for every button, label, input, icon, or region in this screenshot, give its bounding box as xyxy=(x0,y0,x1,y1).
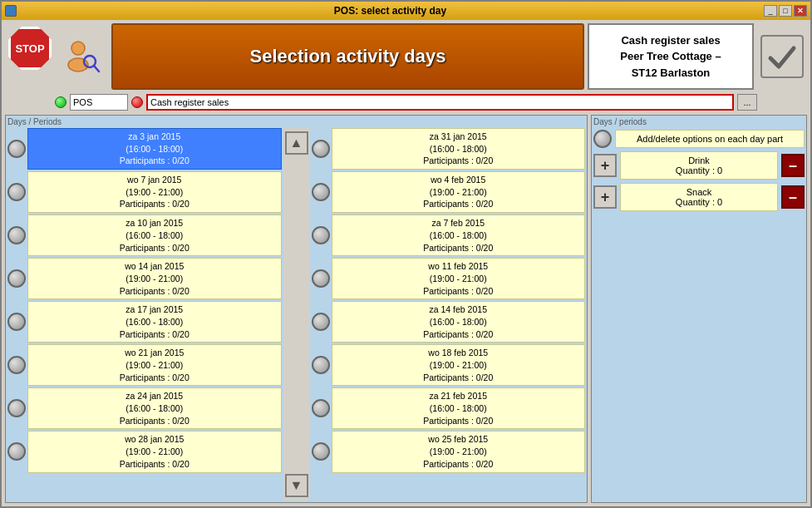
snack-quantity: Quantity : 0 xyxy=(624,197,774,207)
add-delete-row: Add/delete options on each day part xyxy=(593,130,805,148)
days-column-2: za 31 jan 2015(16:00 - 18:00)Participant… xyxy=(312,128,586,501)
day-radio-button[interactable] xyxy=(312,226,330,244)
add-delete-radio[interactable] xyxy=(593,130,612,148)
title-bar: POS: select activity day _ □ ✕ xyxy=(2,2,810,20)
maximize-button[interactable]: □ xyxy=(779,5,792,17)
day-radio-button[interactable] xyxy=(7,399,26,417)
day-radio-button[interactable] xyxy=(312,313,330,331)
day-row: za 10 jan 2015(16:00 - 18:00)Participant… xyxy=(7,215,282,256)
day-radio-button[interactable] xyxy=(7,356,26,374)
day-card[interactable]: za 7 feb 2015(16:00 - 18:00)Participants… xyxy=(332,215,586,256)
title-bar-controls: _ □ ✕ xyxy=(764,5,807,17)
header-title-box: Selection activity days xyxy=(111,23,584,90)
day-card[interactable]: wo 21 jan 2015(19:00 - 21:00)Participant… xyxy=(27,344,282,386)
day-row: wo 25 feb 2015(19:00 - 21:00)Participant… xyxy=(312,431,586,472)
stop-icon: STOP xyxy=(8,27,52,70)
cash-register-line1: Cash register sales xyxy=(620,32,721,49)
window-icon xyxy=(5,5,17,17)
day-row: wo 14 jan 2015(19:00 - 21:00)Participant… xyxy=(7,258,282,299)
green-indicator xyxy=(55,96,66,108)
user-icon-button[interactable] xyxy=(58,23,108,90)
day-radio-button[interactable] xyxy=(7,183,26,201)
drink-quantity: Quantity : 0 xyxy=(624,165,774,175)
day-radio-button[interactable] xyxy=(312,356,330,374)
close-button[interactable]: ✕ xyxy=(794,5,807,17)
snack-remove-button[interactable]: – xyxy=(781,185,805,209)
drink-add-button[interactable]: + xyxy=(593,154,617,177)
day-card[interactable]: wo 7 jan 2015(19:00 - 21:00)Participants… xyxy=(27,171,282,213)
minimize-button[interactable]: _ xyxy=(764,5,777,17)
day-radio-button[interactable] xyxy=(7,313,26,331)
snack-label: Snack xyxy=(624,187,774,197)
drink-label: Drink xyxy=(624,155,774,165)
add-delete-card: Add/delete options on each day part xyxy=(615,130,805,148)
day-card[interactable]: wo 25 feb 2015(19:00 - 21:00)Participant… xyxy=(332,431,586,472)
day-card[interactable]: za 14 feb 2015(16:00 - 18:00)Participant… xyxy=(332,301,586,343)
day-radio-button[interactable] xyxy=(312,399,330,417)
red-indicator xyxy=(131,96,143,108)
right-panel: Days / periods Add/delete options on eac… xyxy=(591,115,807,503)
ok-button[interactable] xyxy=(757,23,807,90)
day-radio-button[interactable] xyxy=(7,226,26,244)
day-card[interactable]: wo 14 jan 2015(19:00 - 21:00)Participant… xyxy=(27,258,282,299)
day-row: wo 21 jan 2015(19:00 - 21:00)Participant… xyxy=(7,344,282,386)
day-card[interactable]: za 10 jan 2015(16:00 - 18:00)Participant… xyxy=(27,215,282,256)
svg-point-0 xyxy=(71,42,85,55)
days-column-1: za 3 jan 2015(16:00 - 18:00)Participants… xyxy=(7,128,282,501)
drink-row: + Drink Quantity : 0 – xyxy=(593,151,805,180)
day-card[interactable]: za 24 jan 2015(16:00 - 18:00)Participant… xyxy=(27,387,282,429)
day-row: wo 28 jan 2015(19:00 - 21:00)Participant… xyxy=(7,431,282,472)
pos-row: ... xyxy=(55,93,757,111)
day-radio-button[interactable] xyxy=(7,442,26,461)
header-title: Selection activity days xyxy=(250,46,446,67)
day-row: za 7 feb 2015(16:00 - 18:00)Participants… xyxy=(312,215,586,256)
days-panel: Days / Periods za 3 jan 2015(16:00 - 18:… xyxy=(5,115,588,503)
day-card[interactable]: wo 28 jan 2015(19:00 - 21:00)Participant… xyxy=(27,431,282,472)
pos-description-field[interactable] xyxy=(146,94,734,111)
snack-row: + Snack Quantity : 0 – xyxy=(593,183,805,211)
day-row: za 24 jan 2015(16:00 - 18:00)Participant… xyxy=(7,387,282,429)
pos-browse-button[interactable]: ... xyxy=(737,94,757,111)
scroll-area: ▲ ▼ xyxy=(283,128,310,501)
stop-button[interactable]: STOP xyxy=(5,23,55,73)
snack-add-button[interactable]: + xyxy=(593,185,617,209)
day-row: za 21 feb 2015(16:00 - 18:00)Participant… xyxy=(312,387,586,429)
svg-line-3 xyxy=(94,66,99,72)
pos-field[interactable] xyxy=(70,94,128,111)
day-radio-button[interactable] xyxy=(312,442,330,461)
day-radio-button[interactable] xyxy=(7,269,26,288)
cash-register-info: Cash register sales Peer Tree Cottage – … xyxy=(588,23,754,90)
add-delete-text: Add/delete options on each day part xyxy=(637,134,783,144)
days-panel-label: Days / Periods xyxy=(7,117,585,126)
day-card[interactable]: wo 11 feb 2015(19:00 - 21:00)Participant… xyxy=(332,258,586,299)
day-radio-button[interactable] xyxy=(312,140,330,158)
main-section: Days / Periods za 3 jan 2015(16:00 - 18:… xyxy=(5,115,807,503)
day-row: za 3 jan 2015(16:00 - 18:00)Participants… xyxy=(7,128,282,170)
day-card[interactable]: wo 18 feb 2015(19:00 - 21:00)Participant… xyxy=(332,344,586,386)
window-title: POS: select activity day xyxy=(17,5,764,17)
day-row: wo 11 feb 2015(19:00 - 21:00)Participant… xyxy=(312,258,586,299)
day-card[interactable]: za 21 feb 2015(16:00 - 18:00)Participant… xyxy=(332,387,586,429)
day-row: za 14 feb 2015(16:00 - 18:00)Participant… xyxy=(312,301,586,343)
days-grid: za 3 jan 2015(16:00 - 18:00)Participants… xyxy=(7,128,585,501)
day-radio-button[interactable] xyxy=(312,183,330,201)
day-radio-button[interactable] xyxy=(7,140,26,158)
scroll-down-button[interactable]: ▼ xyxy=(285,474,308,497)
day-card[interactable]: wo 4 feb 2015(19:00 - 21:00)Participants… xyxy=(332,171,586,213)
main-window: POS: select activity day _ □ ✕ STOP xyxy=(0,0,812,508)
cash-register-line2: Peer Tree Cottage – xyxy=(620,48,721,65)
drink-card: Drink Quantity : 0 xyxy=(620,151,778,180)
day-row: wo 7 jan 2015(19:00 - 21:00)Participants… xyxy=(7,171,282,213)
day-card[interactable]: za 3 jan 2015(16:00 - 18:00)Participants… xyxy=(27,128,282,170)
day-radio-button[interactable] xyxy=(312,269,330,288)
checkmark-icon xyxy=(765,40,799,73)
drink-remove-button[interactable]: – xyxy=(781,154,805,177)
day-row: wo 18 feb 2015(19:00 - 21:00)Participant… xyxy=(312,344,586,386)
day-card[interactable]: za 17 jan 2015(16:00 - 18:00)Participant… xyxy=(27,301,282,343)
day-row: za 31 jan 2015(16:00 - 18:00)Participant… xyxy=(312,128,586,170)
day-row: za 17 jan 2015(16:00 - 18:00)Participant… xyxy=(7,301,282,343)
top-section: STOP Selection activity days Cash re xyxy=(5,23,807,90)
cash-register-line3: ST12 Barlaston xyxy=(620,65,721,81)
day-card[interactable]: za 31 jan 2015(16:00 - 18:00)Participant… xyxy=(332,128,586,170)
scroll-up-button[interactable]: ▲ xyxy=(285,131,308,155)
